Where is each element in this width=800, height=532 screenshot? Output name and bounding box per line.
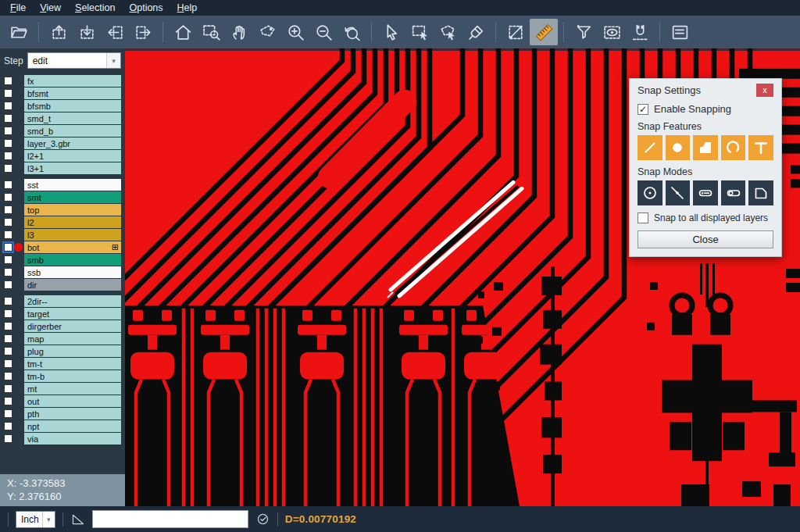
home-view-button[interactable] (169, 19, 197, 45)
layer-form-button[interactable] (666, 19, 694, 45)
import-down-button[interactable] (73, 19, 101, 45)
layer-label[interactable]: tm-t (24, 358, 121, 370)
layer-label[interactable]: via (24, 433, 121, 445)
snap-feature-pad-button[interactable] (666, 135, 691, 160)
layer-label[interactable]: npt (24, 420, 121, 432)
layer-label[interactable]: l3+1 (24, 162, 121, 174)
layer-visibility-checkbox[interactable] (4, 127, 12, 135)
layer-row-target[interactable]: target (0, 308, 125, 320)
rectangle-select-button[interactable] (405, 19, 434, 45)
layer-visibility-checkbox[interactable] (4, 205, 12, 214)
zoom-window-button[interactable] (197, 19, 225, 45)
layer-visibility-checkbox[interactable] (4, 230, 12, 239)
layer-visibility-checkbox[interactable] (4, 152, 12, 160)
layer-label[interactable]: dirgerber (24, 320, 121, 332)
layer-label[interactable]: l2 (24, 216, 121, 228)
snap-feature-text-button[interactable] (748, 135, 773, 160)
layer-visibility-checkbox[interactable] (4, 384, 12, 393)
layer-label[interactable]: bot⊞ (24, 241, 121, 253)
layer-row-l2[interactable]: l2 (0, 216, 125, 228)
menu-selection[interactable]: Selection (68, 0, 122, 16)
layer-label[interactable]: l2+1 (24, 150, 121, 162)
layer-label[interactable]: map (24, 333, 121, 345)
view-options-button[interactable] (598, 19, 626, 45)
import-right-button[interactable] (129, 19, 157, 45)
layer-visibility-checkbox[interactable] (4, 280, 12, 289)
layer-row-smd_t[interactable]: smd_t (0, 112, 125, 124)
layer-visibility-checkbox[interactable] (4, 139, 12, 148)
layer-visibility-checkbox[interactable] (4, 309, 12, 318)
layer-visibility-checkbox[interactable] (4, 322, 12, 330)
layer-label[interactable]: layer_3.gbr (24, 137, 121, 149)
layer-label[interactable]: smb (24, 254, 121, 266)
layer-label[interactable]: l3 (24, 229, 121, 241)
layer-row-out[interactable]: out (0, 395, 125, 407)
layer-visibility-checkbox[interactable] (4, 164, 12, 173)
dialog-close-icon[interactable]: x (756, 84, 773, 97)
menu-view[interactable]: View (33, 0, 68, 16)
layer-row-bfsmb[interactable]: bfsmb (0, 100, 125, 112)
snap-mode-slot-button[interactable] (721, 180, 746, 205)
layer-label[interactable]: dir (24, 279, 121, 291)
sync-check-icon[interactable] (255, 512, 270, 527)
layer-row-fx[interactable]: fx (0, 75, 125, 87)
layer-visibility-checkbox[interactable] (4, 255, 12, 264)
menu-file[interactable]: File (3, 0, 33, 16)
import-left-button[interactable] (101, 19, 129, 45)
measure-line-button[interactable] (502, 19, 530, 45)
snap-mode-slot-horizontal-button[interactable] (693, 180, 718, 205)
layer-row-tm-t[interactable]: tm-t (0, 358, 125, 370)
layer-label[interactable]: smt (24, 191, 121, 203)
layer-visibility-checkbox[interactable] (4, 180, 12, 189)
zoom-previous-button[interactable] (338, 19, 366, 45)
layer-visibility-checkbox[interactable] (4, 434, 12, 443)
zoom-out-button[interactable] (309, 19, 338, 45)
close-button[interactable]: Close (638, 230, 773, 248)
step-select[interactable]: edit ▾ (27, 52, 121, 69)
snap-feature-surface-button[interactable] (693, 135, 718, 160)
layer-visibility-checkbox[interactable] (4, 218, 12, 227)
layer-row-ssb[interactable]: ssb (0, 266, 125, 278)
layer-row-bot[interactable]: bot⊞ (0, 241, 125, 253)
layer-row-plug[interactable]: plug (0, 345, 125, 357)
layer-visibility-checkbox[interactable] (4, 89, 12, 98)
menu-options[interactable]: Options (122, 0, 170, 16)
layer-label[interactable]: smd_t (24, 112, 121, 124)
snap-feature-line-button[interactable] (638, 135, 662, 160)
command-input[interactable] (92, 510, 248, 528)
layer-row-dir[interactable]: dir (0, 279, 125, 291)
layer-visibility-checkbox[interactable] (4, 102, 12, 110)
layer-label[interactable]: 2dir-- (24, 295, 121, 307)
layer-row-mt[interactable]: mt (0, 383, 125, 395)
layer-label[interactable]: fx (24, 75, 121, 87)
layer-row-map[interactable]: map (0, 333, 125, 345)
layer-row-smb[interactable]: smb (0, 254, 125, 266)
layer-label[interactable]: plug (24, 345, 121, 357)
layer-row-smt[interactable]: smt (0, 191, 125, 203)
layer-visibility-checkbox[interactable] (4, 372, 12, 380)
import-up-button[interactable] (45, 19, 73, 45)
layer-visibility-checkbox[interactable] (4, 243, 12, 252)
layer-visibility-checkbox[interactable] (4, 422, 12, 430)
layer-row-2dir--[interactable]: 2dir-- (0, 295, 125, 307)
zoom-in-button[interactable] (281, 19, 309, 45)
menu-help[interactable]: Help (170, 0, 205, 16)
layer-row-dirgerber[interactable]: dirgerber (0, 320, 125, 332)
layer-label[interactable]: smd_b (24, 125, 121, 137)
layer-visibility-checkbox[interactable] (4, 397, 12, 405)
layer-visibility-checkbox[interactable] (4, 409, 12, 418)
ruler-button[interactable] (530, 19, 558, 45)
layer-row-layer_3.gbr[interactable]: layer_3.gbr (0, 137, 125, 149)
snap-mode-midpoint-button[interactable] (666, 180, 691, 205)
layer-visibility-checkbox[interactable] (4, 77, 12, 85)
layer-row-top[interactable]: top (0, 204, 125, 216)
layer-row-npt[interactable]: npt (0, 420, 125, 432)
snap-button[interactable] (626, 19, 654, 45)
polygon-select-button[interactable] (434, 19, 462, 45)
layer-row-via[interactable]: via (0, 433, 125, 445)
checkbox-checked-icon[interactable]: ✓ (638, 104, 648, 115)
layer-label[interactable]: tm-b (24, 370, 121, 382)
snap-mode-center-button[interactable] (638, 180, 662, 205)
layer-visibility-checkbox[interactable] (4, 334, 12, 343)
layer-row-l3+1[interactable]: l3+1 (0, 162, 125, 174)
